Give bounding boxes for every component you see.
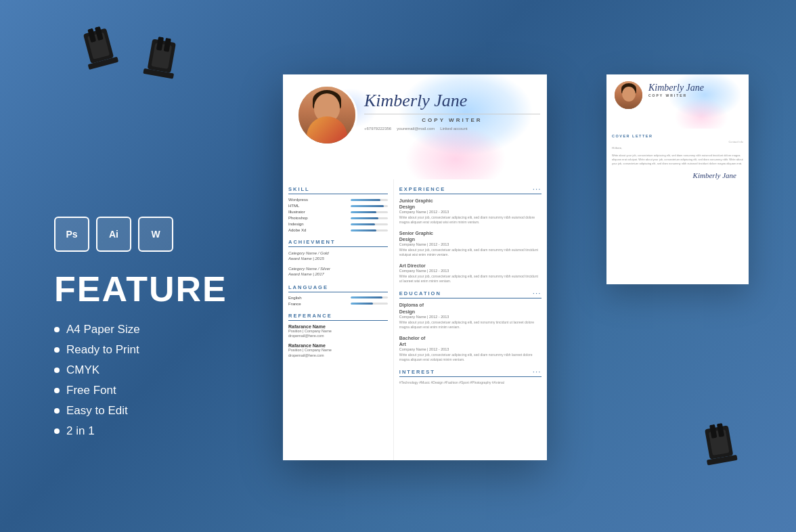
interest-title: INTEREST ··· — [399, 369, 541, 377]
skill-name: Adobe Xd — [288, 228, 306, 232]
feature-item-font: Free Font — [54, 384, 257, 397]
feature-item-2in1: 2 in 1 — [54, 424, 257, 438]
edu-bachelor: Bachelor ofArt Company Name | 2012 - 201… — [399, 335, 541, 362]
left-panel: Ps Ai W FEATURE A4 Paper Size Ready to P… — [54, 217, 257, 445]
resume-phone: +67979222356 — [364, 127, 391, 131]
reference-section: REFERANCE Rafarance Name Position | Comp… — [288, 313, 388, 359]
resume-left-column: SKILL Wordpress HTML Illustrator — [283, 179, 394, 460]
exp-role-2: Senior GraphicDesign — [399, 230, 541, 242]
cl-greeting: Hi there, — [612, 146, 743, 150]
resume-card: Kimberly Jane COPY WRITER +67979222356 y… — [283, 74, 547, 460]
edu-degree-1: Diploma ofDesign — [399, 302, 541, 314]
photoshop-icon: Ps — [54, 217, 89, 252]
edu-degree-2: Bachelor ofArt — [399, 335, 541, 347]
skill-fill — [351, 211, 377, 213]
exp-junior: Junior GraphicDesign Company Name | 2012… — [399, 198, 541, 225]
achievement-award-1: Award Name | 2015 — [288, 256, 388, 261]
skill-indesign: Indesign — [288, 222, 388, 226]
skills-section-title: SKILL — [288, 186, 388, 194]
feature-title: FEATURE — [54, 269, 257, 309]
feature-item-font-label: Free Font — [66, 384, 116, 397]
ref-2: Rafarance Name Position | Company Name d… — [288, 343, 388, 358]
dots-icon: ··· — [533, 186, 541, 192]
education-title: EDUCATION ··· — [399, 290, 541, 298]
feature-item-cmyk-label: CMYK — [66, 363, 100, 377]
skill-bar — [351, 223, 388, 225]
edu-diploma: Diploma ofDesign Company Name | 2012 - 2… — [399, 302, 541, 329]
skill-illustrator: Illustrator — [288, 210, 388, 214]
cl-header: Kimberly Jane COPY WRITER — [606, 74, 749, 129]
bullet-icon — [54, 347, 60, 353]
skill-name: Photoshop — [288, 216, 308, 220]
feature-item-edit-label: Easy to Edit — [66, 404, 128, 418]
ref-1: Rafarance Name Position | Company Name d… — [288, 324, 388, 339]
bullet-icon — [54, 408, 60, 414]
skill-name: Illustrator — [288, 210, 305, 214]
lang-fill — [351, 296, 382, 298]
software-icons-row: Ps Ai W — [54, 217, 257, 252]
lang-name: France — [288, 302, 301, 306]
exp-company-2: Company Name | 2012 - 2013 — [399, 242, 541, 246]
dots-icon: ··· — [533, 369, 541, 375]
achievement-award-2: Award Name | 2017 — [288, 271, 388, 277]
lang-fill — [351, 303, 373, 305]
resume-body: SKILL Wordpress HTML Illustrator — [283, 179, 547, 460]
skill-bar — [351, 229, 388, 231]
skill-fill — [351, 223, 375, 225]
skill-name: HTML — [288, 204, 299, 208]
achievement-cat-2: Category Name / Silver — [288, 266, 388, 271]
feature-item-cmyk: CMYK — [54, 363, 257, 377]
resume-email: youremail@mail.com — [397, 127, 435, 131]
cl-name: Kimberly Jane — [648, 83, 704, 93]
cl-contact-label: Contact Info — [612, 140, 743, 143]
exp-desc-1: Write about your job, consectetuer adipi… — [399, 215, 541, 225]
edu-desc-1: Write about your job, consectetuer adipi… — [399, 320, 541, 330]
ref-email-1: dropemail@here.com — [288, 334, 388, 339]
binder-clip-bottom-right — [697, 421, 742, 474]
feature-item-edit: Easy to Edit — [54, 404, 257, 418]
resume-name-area: Kimberly Jane COPY WRITER +67979222356 y… — [364, 91, 540, 131]
reference-title: REFERANCE — [288, 313, 388, 321]
resume-photo — [296, 85, 357, 146]
exp-desc-3: Write about your job, consectetuer adipi… — [399, 274, 541, 284]
skill-fill — [351, 205, 384, 207]
lang-france: France — [288, 302, 388, 306]
feature-item-a4-label: A4 Paper Size — [66, 323, 140, 336]
resume-right-column: EXPERIENCE ··· Junior GraphicDesign Comp… — [394, 179, 547, 460]
feature-item-2in1-label: 2 in 1 — [66, 424, 95, 438]
exp-role-1: Junior GraphicDesign — [399, 198, 541, 210]
exp-company-1: Company Name | 2012 - 2013 — [399, 210, 541, 214]
illustrator-icon: Ai — [96, 217, 131, 252]
person-image — [298, 87, 355, 143]
resume-job-title: COPY WRITER — [364, 117, 540, 123]
skill-name: Wordpress — [288, 198, 308, 202]
skill-photoshop: Photoshop — [288, 216, 388, 220]
exp-company-3: Company Name | 2012 - 2013 — [399, 269, 541, 273]
skill-bar — [351, 205, 388, 207]
cl-signature: Kimberly Jane — [612, 171, 743, 179]
lang-english: English — [288, 296, 388, 300]
dots-icon: ··· — [533, 290, 541, 296]
ref-detail-2: Position | Company Name — [288, 348, 388, 353]
feature-list: A4 Paper Size Ready to Print CMYK Free F… — [54, 323, 257, 438]
achievement-title: ACHIEVMENT — [288, 239, 388, 247]
achievement-section: ACHIEVMENT Category Name / Gold Award Na… — [288, 239, 388, 278]
resume-divider — [364, 114, 540, 114]
resume-header: Kimberly Jane COPY WRITER +67979222356 y… — [283, 74, 547, 179]
bullet-icon — [54, 428, 60, 434]
cl-body: COVER LETTER Contact Info Hi there, Writ… — [606, 129, 749, 185]
word-icon: W — [138, 217, 173, 252]
feature-item-print: Ready to Print — [54, 343, 257, 357]
cl-person — [615, 81, 642, 109]
ps-label: Ps — [66, 229, 77, 240]
exp-role-3: Art Director — [399, 263, 541, 269]
bullet-icon — [54, 327, 60, 332]
lang-bar — [351, 296, 388, 298]
cover-letter-card: Kimberly Jane COPY WRITER COVER LETTER C… — [606, 74, 749, 284]
skill-wordpress: Wordpress — [288, 198, 388, 202]
skill-fill — [351, 217, 378, 219]
feature-item-a4: A4 Paper Size — [54, 323, 257, 336]
cl-section-title: COVER LETTER — [612, 134, 743, 138]
person-body — [307, 116, 347, 143]
bullet-icon — [54, 368, 60, 373]
